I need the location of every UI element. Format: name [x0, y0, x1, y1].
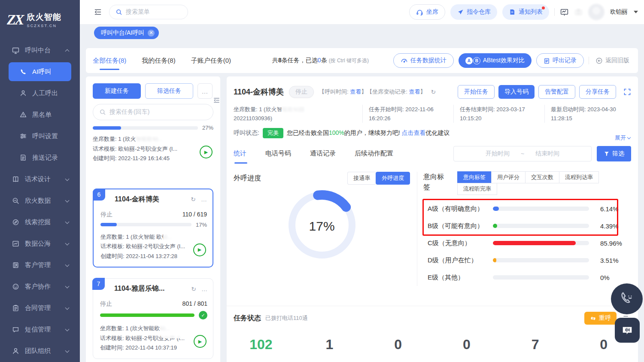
sidebar-item-call-settings[interactable]: 呼叫设置 [0, 125, 80, 147]
intent-row-c: C级（无意向） 85.96% [428, 234, 631, 252]
voice-message-fab[interactable] [615, 318, 640, 343]
sliders-icon [20, 133, 27, 140]
task-search-input[interactable]: 搜索任务(回车) [93, 104, 213, 120]
sidebar-item-push-records[interactable]: 推送记录 [0, 147, 80, 168]
sidebar-item-team-org[interactable]: 团队组织 [0, 340, 80, 362]
sidebar-item-customer-collab[interactable]: 客户协作 [0, 276, 80, 297]
close-icon[interactable]: ✕ [148, 30, 155, 37]
menu-search[interactable]: 搜索菜单 [109, 5, 188, 19]
play-audio-button[interactable]: ▶ [194, 335, 207, 348]
outbound-progress-title: 外呼进度 [234, 174, 261, 183]
tab-flow-reach-rate[interactable]: 流程到达率 [559, 171, 599, 183]
fullscreen-icon[interactable] [623, 88, 631, 96]
breadcrumb-label: 呼叫中台/AI呼叫 [101, 29, 144, 37]
sidebar-fold-icon[interactable] [94, 8, 102, 16]
more-icon[interactable]: … [201, 196, 207, 203]
date-range-picker[interactable]: 开始时间 ~ 结束时间 [453, 146, 592, 161]
tab-flow-listen-rate[interactable]: 流程听完率 [457, 183, 497, 195]
command-library-button[interactable]: 指令仓库 [450, 4, 497, 20]
tab-followup-config[interactable]: 后续动作配置 [355, 149, 393, 158]
new-task-button[interactable]: 新建任务 [93, 83, 141, 99]
back-to-old-version-button[interactable]: 返回旧版 [594, 53, 631, 68]
warning-icon [20, 111, 27, 118]
task-status-numbers: 102 1 0 0 7 0 [227, 337, 638, 353]
ab-a-icon: A [465, 57, 473, 64]
divider [227, 306, 638, 306]
tab-all-tasks[interactable]: 全部任务(8) [93, 48, 126, 73]
chart-toggle: 接通率 外呼进度 [347, 172, 410, 185]
data-screen-icon[interactable] [560, 8, 569, 17]
filter-button[interactable]: 筛选 [597, 146, 631, 161]
refresh-icon[interactable]: ↻ [431, 88, 436, 95]
sidebar-item-blacklist[interactable]: 黑名单 [0, 104, 80, 125]
more-actions-button[interactable]: … [197, 83, 213, 99]
tab-phone-numbers[interactable]: 电话号码 [265, 149, 291, 158]
task-created-time: 创建时间: 2022-11-29 16:14:45 [93, 154, 194, 164]
filter-task-button[interactable]: 筛选任务 [145, 83, 193, 99]
breadcrumb[interactable]: 呼叫中台/AI呼叫 ✕ [94, 27, 159, 39]
tab-subaccount-tasks[interactable]: 子账户任务(0) [191, 48, 231, 73]
view-seat-log-link[interactable]: 查看 [409, 88, 420, 95]
import-numbers-button[interactable]: 导入号码 [498, 85, 535, 99]
ai-call-assistant-fab[interactable] [611, 283, 643, 314]
sidebar-item-script-design[interactable]: 话术设计 [0, 168, 80, 190]
task-selection-summary: 共8条任务，已选0条(按 Ctrl 键可多选) [272, 57, 369, 64]
sidebar-item-label: 团队组织 [25, 347, 51, 355]
sidebar-item-ai-call[interactable]: AI呼叫 [9, 62, 71, 81]
tab-call-records[interactable]: 通话记录 [310, 149, 336, 158]
tab-interaction-count[interactable]: 交互次数 [525, 171, 559, 183]
topbar: 搜索菜单 坐席 指令仓库 通知列表 欧铂丽 [80, 0, 644, 24]
sidebar-item-contract-mgmt[interactable]: 合同管理 [0, 297, 80, 319]
user-menu-caret-icon[interactable] [634, 11, 638, 13]
toggle-outbound-progress[interactable]: 外呼进度 [376, 172, 410, 185]
alarm-config-button[interactable]: 告警配置 [538, 85, 575, 99]
seat-button[interactable]: 坐席 [409, 4, 445, 20]
sidebar-item-call-center[interactable]: 呼叫中台 [0, 40, 80, 61]
recall-button[interactable]: 重呼 [584, 312, 617, 325]
task-card-6[interactable]: 6 1104-金科博美 ↻ … 停止 110 / 619 17% 坐席数量: 1… [93, 189, 213, 268]
notification-list-button[interactable]: 通知列表 [502, 4, 549, 20]
task-data-stats-button[interactable]: 任务数据统计 [393, 53, 454, 68]
task-card-7[interactable]: 7 1104-雅居乐锦... ↻ … 停止 801 / 801 ✓ 坐席数量: … [93, 278, 213, 359]
sms-icon [12, 326, 19, 333]
clue-compass-icon [12, 219, 19, 226]
call-records-button[interactable]: 呼出记录 [536, 53, 584, 68]
tab-my-tasks[interactable]: 我的任务(8) [142, 48, 175, 73]
divider [554, 8, 555, 16]
expand-toggle[interactable]: 展开 [615, 134, 630, 142]
toggle-connect-rate[interactable]: 接通率 [347, 172, 376, 185]
tab-intent-label[interactable]: 意向标签 [457, 171, 492, 183]
task-card-partial[interactable]: 27% 坐席数量: 1 (欣火智能欧铂... 话术模板: 欧铂丽-2号职业女声 … [93, 125, 213, 164]
view-suggestions-link[interactable]: 点击查看 [401, 129, 425, 136]
sidebar-item-clue-mining[interactable]: 线索挖掘 [0, 211, 80, 233]
view-call-time-link[interactable]: 查看 [350, 88, 361, 95]
play-audio-button[interactable]: ▶ [193, 243, 206, 256]
refresh-icon[interactable]: ↻ [191, 196, 196, 203]
sidebar-item-xinhuo-data[interactable]: 欣火数据 [0, 190, 80, 211]
person-icon [20, 90, 27, 97]
share-task-button[interactable]: 分享任务 [579, 85, 616, 99]
sidebar-item-sms-mgmt[interactable]: 短信管理 [0, 319, 80, 340]
stat-value: 0 [432, 337, 501, 353]
panel-collapse-icon[interactable] [213, 96, 221, 104]
more-icon[interactable]: … [201, 286, 207, 292]
start-task-button[interactable]: 开始任务 [458, 85, 495, 99]
chart-icon [12, 240, 19, 247]
tab-user-score[interactable]: 用户评分 [491, 171, 526, 183]
refresh-icon[interactable]: ↻ [191, 286, 196, 292]
bar-fill [493, 224, 497, 228]
sidebar-item-customer-mgmt[interactable]: 客户管理 [0, 254, 80, 276]
menu-search-placeholder: 搜索菜单 [126, 8, 150, 16]
task-stopped-pill: 停止 [289, 86, 314, 98]
progress-fill [100, 223, 117, 226]
intent-label-title: 意向标签 [423, 172, 450, 195]
tab-statistics[interactable]: 统计 [234, 149, 246, 158]
info-agent-count: 坐席数量: 1 (欣火智能欧铂丽202211030936) [234, 105, 362, 123]
chevron-up-icon [65, 49, 70, 54]
sidebar-item-data-pool[interactable]: 数据公海 [0, 233, 80, 254]
task-search-placeholder: 搜索任务(回车) [109, 108, 149, 116]
sidebar: ZX 欣火智能 SCZXST.CN 呼叫中台 AI呼叫 人工呼出 黑名单 呼叫设… [0, 0, 80, 362]
abtest-compare-button[interactable]: A B ABtest效果对比 [459, 53, 532, 68]
sidebar-item-manual-call[interactable]: 人工呼出 [0, 82, 80, 104]
play-audio-button[interactable]: ▶ [200, 146, 213, 158]
